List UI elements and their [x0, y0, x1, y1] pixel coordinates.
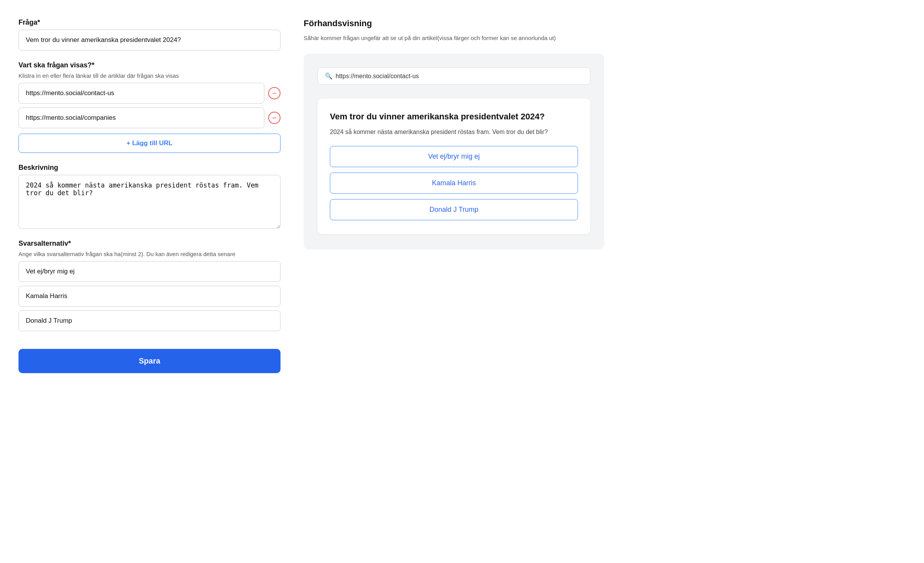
left-panel: Fråga* Vart ska frågan visas?* Klistra i…	[18, 18, 281, 545]
preview-description: 2024 så kommer nästa amerikanska preside…	[330, 127, 578, 137]
remove-url-2-button[interactable]: −	[268, 112, 281, 124]
question-label: Fråga*	[18, 18, 281, 27]
question-field-group: Fråga*	[18, 18, 281, 50]
preview-url-bar: 🔍 https://mento.social/contact-us	[318, 67, 590, 85]
answers-sublabel: Ange vilka svarsalternativ frågan ska ha…	[18, 251, 281, 257]
preview-card: 🔍 https://mento.social/contact-us Vem tr…	[304, 54, 604, 250]
preview-title: Förhandsvisning	[304, 18, 906, 28]
answers-field-group: Svarsalternativ* Ange vilka svarsalterna…	[18, 240, 281, 335]
description-input[interactable]	[18, 175, 281, 229]
right-panel: Förhandsvisning Såhär kommer frågan unge…	[304, 18, 906, 545]
preview-subtitle: Såhär kommer frågan ungefär att se ut på…	[304, 35, 612, 41]
url-field-group: Vart ska frågan visas?* Klistra in en el…	[18, 61, 281, 153]
answer-row-2	[18, 286, 281, 307]
preview-question: Vem tror du vinner amerikanska president…	[330, 111, 578, 123]
preview-option-1[interactable]: Vet ej/bryr mig ej	[330, 146, 578, 167]
remove-url-1-button[interactable]: −	[268, 87, 281, 99]
answer-input-2[interactable]	[18, 286, 281, 307]
url-input-1[interactable]	[18, 83, 264, 104]
url-row-1: −	[18, 83, 281, 104]
save-button[interactable]: Spara	[18, 349, 281, 373]
description-field-group: Beskrivning	[18, 164, 281, 229]
description-label: Beskrivning	[18, 164, 281, 172]
answer-row-3	[18, 310, 281, 331]
preview-option-2[interactable]: Kamala Harris	[330, 173, 578, 194]
preview-option-3[interactable]: Donald J Trump	[330, 199, 578, 220]
answer-row-1	[18, 261, 281, 282]
url-sublabel: Klistra in en eller flera länkar till de…	[18, 72, 281, 79]
search-icon: 🔍	[325, 72, 333, 80]
preview-url-text: https://mento.social/contact-us	[336, 73, 419, 80]
preview-poll-card: Vem tror du vinner amerikanska president…	[318, 99, 590, 234]
add-url-button[interactable]: + Lägg till URL	[18, 134, 281, 153]
answer-input-1[interactable]	[18, 261, 281, 282]
question-input[interactable]	[18, 30, 281, 50]
url-input-2[interactable]	[18, 107, 264, 128]
url-row-2: −	[18, 107, 281, 128]
answer-input-3[interactable]	[18, 310, 281, 331]
url-label: Vart ska frågan visas?*	[18, 61, 281, 69]
answers-label: Svarsalternativ*	[18, 240, 281, 248]
